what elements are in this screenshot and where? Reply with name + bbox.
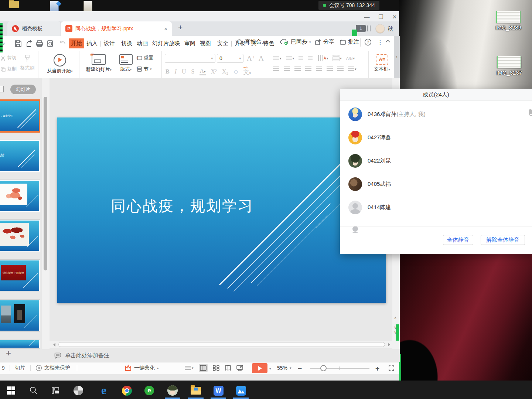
member-row[interactable]: 0427谭鑫 xyxy=(340,126,532,149)
new-slide-button[interactable]: ✳ 新建幻灯片▾ xyxy=(82,54,116,73)
align-left-button[interactable] xyxy=(273,66,279,71)
taskbar-search-button[interactable] xyxy=(28,385,40,396)
help-button[interactable]: ? xyxy=(364,38,372,46)
minimize-button[interactable]: — xyxy=(364,14,370,20)
new-tab-button[interactable]: + xyxy=(178,23,183,32)
member-row[interactable]: 0436邓富萍(主持人, 我) xyxy=(340,103,532,126)
line-spacing-down-button[interactable] xyxy=(337,66,344,71)
presenter-view-button[interactable] xyxy=(236,365,243,371)
slide-thumbnail-3[interactable] xyxy=(0,180,40,212)
play-from-current-button[interactable]: 从当前开始▾ xyxy=(44,54,76,74)
ribbon-scroll-strip[interactable]: › xyxy=(394,36,400,78)
clear-format-icon[interactable]: ◇ xyxy=(233,68,238,75)
taskbar-app-pinwheel[interactable] xyxy=(72,385,84,396)
menu-item-view[interactable]: 视图 xyxy=(198,38,213,48)
share-button[interactable]: 分享 xyxy=(315,38,334,45)
print-icon[interactable] xyxy=(35,40,44,48)
tab-docer-templates[interactable]: 稻壳模板 xyxy=(7,21,61,36)
copy-button[interactable]: 复制 xyxy=(1,66,17,72)
close-button[interactable]: ✕ xyxy=(392,14,398,20)
slide-thumbnail-4[interactable] xyxy=(0,220,40,252)
numbered-list-button[interactable]: ▾ xyxy=(286,56,294,61)
document-protect-status[interactable]: 文档未保护 xyxy=(35,362,70,374)
task-view-button[interactable] xyxy=(50,385,61,396)
desktop-file-img-8287[interactable]: IMG_8287 xyxy=(494,56,525,76)
zoom-slider-knob[interactable] xyxy=(320,365,327,371)
text-direction-button[interactable]: A▾ xyxy=(317,56,328,61)
taskbar-wps[interactable]: W xyxy=(212,385,224,396)
slide-thumbnail-6[interactable] xyxy=(0,300,40,331)
play-options-chevron-icon[interactable]: ▾ xyxy=(269,367,271,371)
reset-button[interactable]: 重置 xyxy=(136,55,153,61)
unmute-all-button[interactable]: 解除全体静音 xyxy=(481,235,525,245)
mute-all-button[interactable]: 全体静音 xyxy=(443,235,473,245)
start-button[interactable] xyxy=(5,385,17,396)
desktop-file-icon[interactable] xyxy=(83,1,92,11)
undo-icon[interactable] xyxy=(58,40,66,48)
slideshow-play-button[interactable] xyxy=(252,363,267,373)
font-name-combo[interactable]: ▾ xyxy=(165,54,215,63)
slide-thumbnail-7[interactable] xyxy=(0,340,40,348)
distribute-button[interactable] xyxy=(316,66,322,71)
textbox-button[interactable]: A≡ 文本框▾ xyxy=(374,54,390,72)
account-avatar[interactable] xyxy=(375,24,385,34)
meeting-id-bar[interactable]: 会议号 708 132 344 xyxy=(318,1,379,10)
format-painter-button[interactable]: 格式刷 xyxy=(18,54,37,71)
notes-bar[interactable]: 单击此处添加备注 xyxy=(49,349,400,362)
section-button[interactable]: ✳ 节▾ xyxy=(136,66,152,72)
text-align-vertical-button[interactable]: A/B▾ xyxy=(346,56,355,61)
reading-view-button[interactable] xyxy=(225,365,231,371)
taskbar-tencent-meeting[interactable] xyxy=(235,385,247,396)
account-name[interactable]: 秋 xyxy=(388,25,393,33)
italic-button[interactable]: I xyxy=(175,68,177,75)
slice-label[interactable]: 切片 xyxy=(15,362,25,374)
member-row[interactable]: 0422刘昆 xyxy=(340,149,532,173)
slide-sorter-button[interactable] xyxy=(213,365,219,371)
menu-item-security[interactable]: 安全 xyxy=(215,38,231,48)
more-options-icon[interactable]: ⋮ xyxy=(377,39,383,46)
collapse-caret-icon[interactable]: ∨ xyxy=(2,41,5,46)
decrease-font-icon[interactable]: A⁻ xyxy=(259,54,267,62)
phonetic-guide-button[interactable]: wén文▾ xyxy=(243,66,251,76)
fit-to-window-icon[interactable] xyxy=(389,365,394,371)
print-preview-icon[interactable] xyxy=(46,40,54,48)
member-row[interactable]: 0405武祎 xyxy=(340,173,532,196)
slides-panel-tab[interactable]: 幻灯片 xyxy=(10,85,36,94)
zoom-in-button[interactable]: + xyxy=(375,365,379,373)
increase-indent-button[interactable] xyxy=(308,56,313,61)
zoom-out-button[interactable]: − xyxy=(298,365,302,373)
editor-hscrollbar-thumb[interactable] xyxy=(58,342,385,347)
save-icon[interactable] xyxy=(14,40,22,48)
menu-item-animation[interactable]: 动画 xyxy=(134,38,150,48)
scroll-right-icon[interactable] xyxy=(388,343,390,347)
subscript-button[interactable]: X₂ xyxy=(222,68,228,75)
taskbar-qq[interactable] xyxy=(167,385,178,396)
sidebar-scrollbar-thumb[interactable] xyxy=(44,97,47,270)
decrease-indent-button[interactable] xyxy=(299,56,303,61)
export-icon[interactable] xyxy=(25,40,33,48)
previous-slide-icon[interactable]: ∧ xyxy=(394,316,397,320)
zoom-slider-track[interactable] xyxy=(310,368,369,369)
desktop-folder-icon[interactable] xyxy=(9,1,19,8)
menu-item-insert[interactable]: 插入 xyxy=(84,38,100,48)
taskbar-chrome[interactable] xyxy=(121,385,133,396)
superscript-button[interactable]: X² xyxy=(211,68,217,75)
bold-button[interactable]: B xyxy=(166,68,170,75)
slide-title[interactable]: 同心战疫，规划学习 xyxy=(111,196,254,216)
menu-item-review[interactable]: 审阅 xyxy=(182,38,198,48)
maximize-button[interactable]: ❐ xyxy=(378,14,384,20)
menu-item-design[interactable]: 设计 xyxy=(102,38,117,48)
add-slide-button[interactable]: + xyxy=(6,348,11,358)
tab-close-icon[interactable]: × xyxy=(164,25,167,32)
increase-font-icon[interactable]: A⁺ xyxy=(247,54,256,62)
menu-item-transition[interactable]: 切换 xyxy=(119,38,134,48)
font-size-combo[interactable]: 0▾ xyxy=(217,54,243,63)
message-count-badge[interactable]: 1 xyxy=(356,25,366,32)
slide-thumbnail-2[interactable]: 疫情 xyxy=(0,140,40,172)
window-titlebar[interactable] xyxy=(0,11,399,21)
collapse-ribbon-button[interactable] xyxy=(385,38,391,44)
tab-active-document[interactable]: P 同心战疫，规划学习.pptx × xyxy=(61,21,172,36)
taskbar-file-explorer[interactable] xyxy=(190,385,202,396)
layout-button[interactable]: 版式▾ xyxy=(117,54,135,72)
align-right-button[interactable] xyxy=(294,66,301,71)
